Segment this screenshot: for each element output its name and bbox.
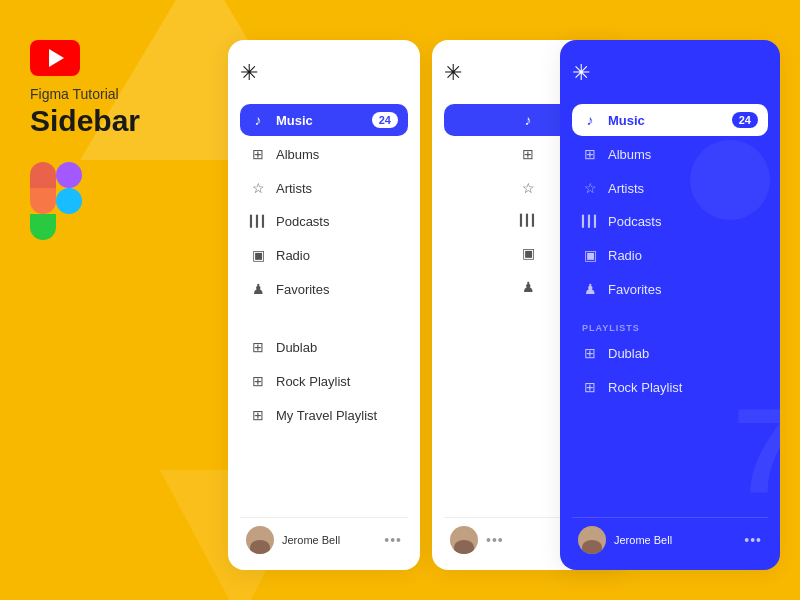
user-name-3: Jerome Bell (614, 534, 736, 546)
avatar-body-3 (582, 540, 602, 554)
nav-item-rock-3[interactable]: ⊞ Rock Playlist (572, 371, 768, 403)
travel-label-1: My Travel Playlist (276, 408, 398, 423)
music-badge-3: 24 (732, 112, 758, 128)
logo-mark-1: ✳ (240, 60, 408, 86)
albums-label-3: Albums (608, 147, 758, 162)
dublab-icon-1: ⊞ (250, 339, 266, 355)
albums-label-1: Albums (276, 147, 398, 162)
music-label-1: Music (276, 113, 362, 128)
dublab-label-1: Dublab (276, 340, 398, 355)
music-icon-2: ♪ (520, 112, 536, 128)
music-icon-3: ♪ (582, 112, 598, 128)
nav-item-rock-1[interactable]: ⊞ Rock Playlist (240, 365, 408, 397)
playlists-section-label: PLAYLISTS (572, 323, 768, 333)
favorites-icon-1: ♟ (250, 281, 266, 297)
nav-item-albums-1[interactable]: ⊞ Albums (240, 138, 408, 170)
figma-teal-shape (56, 188, 82, 214)
nav-item-radio-1[interactable]: ▣ Radio (240, 239, 408, 271)
podcasts-icon-2: ▎▎▎ (520, 214, 536, 227)
rock-icon-1: ⊞ (250, 373, 266, 389)
nav-section-main-3: ♪ Music 24 ⊞ Albums ☆ Artists ▎▎▎ Podcas… (572, 104, 768, 307)
albums-icon-3: ⊞ (582, 146, 598, 162)
avatar-3 (578, 526, 606, 554)
podcasts-icon-1: ▎▎▎ (250, 215, 266, 228)
radio-label-3: Radio (608, 248, 758, 263)
nav-item-dublab-3[interactable]: ⊞ Dublab (572, 337, 768, 369)
nav-item-favorites-1[interactable]: ♟ Favorites (240, 273, 408, 305)
user-dots-3[interactable]: ••• (744, 532, 762, 548)
avatar-body-1 (250, 540, 270, 554)
avatar-body-2 (454, 540, 474, 554)
music-icon-1: ♪ (250, 112, 266, 128)
blue-deco-7: 7 (733, 390, 780, 510)
radio-label-1: Radio (276, 248, 398, 263)
podcasts-label-3: Podcasts (608, 214, 758, 229)
favorites-label-1: Favorites (276, 282, 398, 297)
artists-label-3: Artists (608, 181, 758, 196)
playlists-section-3: ⊞ Dublab ⊞ Rock Playlist (572, 337, 768, 405)
avatar-2 (450, 526, 478, 554)
radio-icon-3: ▣ (582, 247, 598, 263)
figma-orange-shape (30, 188, 56, 214)
nav-item-favorites-3[interactable]: ♟ Favorites (572, 273, 768, 305)
favorites-icon-2: ♟ (520, 279, 536, 295)
favorites-icon-3: ♟ (582, 281, 598, 297)
rock-label-3: Rock Playlist (608, 380, 758, 395)
youtube-play-icon (49, 49, 64, 67)
sidebar-card-dark: ✳ ♪ Music 24 ⊞ Albums ☆ Artists ▎▎▎ Podc… (560, 40, 780, 570)
nav-section-main-1: ♪ Music 24 ⊞ Albums ☆ Artists ▎▎▎ Podcas… (240, 104, 408, 307)
avatar-1 (246, 526, 274, 554)
artists-icon-1: ☆ (250, 180, 266, 196)
youtube-logo (30, 40, 80, 76)
tutorial-label: Figma Tutorial (30, 86, 210, 102)
user-dots-2[interactable]: ••• (486, 532, 504, 548)
music-label-3: Music (608, 113, 722, 128)
rock-label-1: Rock Playlist (276, 374, 398, 389)
user-footer-3: Jerome Bell ••• (572, 517, 768, 554)
nav-item-travel-1[interactable]: ⊞ My Travel Playlist (240, 399, 408, 431)
dublab-label-3: Dublab (608, 346, 758, 361)
dublab-icon-3: ⊞ (582, 345, 598, 361)
figma-green-shape (30, 214, 56, 240)
nav-item-albums-3[interactable]: ⊞ Albums (572, 138, 768, 170)
albums-icon-1: ⊞ (250, 146, 266, 162)
playlists-section-1: ⊞ Dublab ⊞ Rock Playlist ⊞ My Travel Pla… (240, 331, 408, 433)
nav-item-artists-3[interactable]: ☆ Artists (572, 172, 768, 204)
nav-item-music-1[interactable]: ♪ Music 24 (240, 104, 408, 136)
user-name-1: Jerome Bell (282, 534, 376, 546)
nav-item-music-3[interactable]: ♪ Music 24 (572, 104, 768, 136)
sidebar-title: Sidebar (30, 104, 210, 138)
figma-red-shape (30, 162, 56, 188)
nav-item-podcasts-3[interactable]: ▎▎▎ Podcasts (572, 206, 768, 237)
nav-item-podcasts-1[interactable]: ▎▎▎ Podcasts (240, 206, 408, 237)
user-dots-1[interactable]: ••• (384, 532, 402, 548)
user-footer-1: Jerome Bell ••• (240, 517, 408, 554)
radio-icon-2: ▣ (520, 245, 536, 261)
music-badge-1: 24 (372, 112, 398, 128)
nav-item-dublab-1[interactable]: ⊞ Dublab (240, 331, 408, 363)
sidebar-card-full: ✳ ♪ Music 24 ⊞ Albums ☆ Artists ▎▎▎ Podc… (228, 40, 420, 570)
travel-icon-1: ⊞ (250, 407, 266, 423)
figma-purple-shape (56, 162, 82, 188)
rock-icon-3: ⊞ (582, 379, 598, 395)
artists-label-1: Artists (276, 181, 398, 196)
figma-logo (30, 162, 82, 240)
nav-item-artists-1[interactable]: ☆ Artists (240, 172, 408, 204)
nav-item-radio-3[interactable]: ▣ Radio (572, 239, 768, 271)
logo-mark-3: ✳ (572, 60, 768, 86)
podcasts-label-1: Podcasts (276, 214, 398, 229)
albums-icon-2: ⊞ (520, 146, 536, 162)
favorites-label-3: Favorites (608, 282, 758, 297)
podcasts-icon-3: ▎▎▎ (582, 215, 598, 228)
radio-icon-1: ▣ (250, 247, 266, 263)
artists-icon-3: ☆ (582, 180, 598, 196)
left-panel: Figma Tutorial Sidebar (30, 40, 210, 240)
artists-icon-2: ☆ (520, 180, 536, 196)
